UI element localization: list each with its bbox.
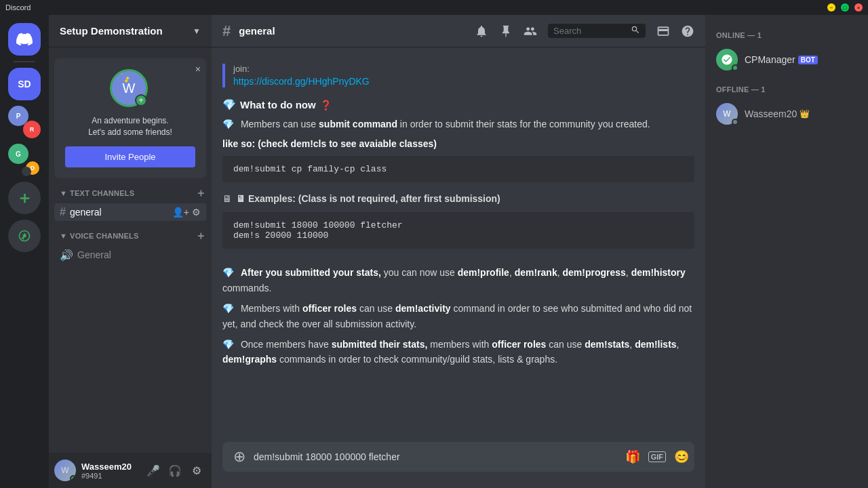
code-block-1: dem!submit cp family-cp class <box>222 156 694 182</box>
text-channels-category[interactable]: ▼ TEXT CHANNELS ＋ <box>49 184 212 203</box>
server-icon-sd[interactable]: SD <box>8 68 41 100</box>
server-icon-group1[interactable]: P R <box>8 106 41 138</box>
channel-settings-icon[interactable]: ⚙ <box>192 207 201 218</box>
message-section-1: 💎 Members can use submit command in orde… <box>212 114 705 134</box>
titlebar-title: Discord <box>5 3 31 12</box>
channel-hash-icon: # <box>60 206 66 218</box>
app-layout: SD P R G D ＋ Setup Demonstration ▼ × <box>0 15 868 488</box>
voice-channels-category[interactable]: ▼ VOICE CHANNELS ＋ <box>49 226 212 246</box>
like-so-label: like so: (check dem!cls to see avaiable … <box>212 134 705 150</box>
invite-panel: × W + ✦ ✦ · An adventure begins. Let's a… <box>54 58 206 178</box>
bell-icon[interactable] <box>475 24 488 38</box>
crown-icon: 👑 <box>800 109 810 119</box>
close-button[interactable]: × <box>854 3 863 12</box>
code-block-2: dem!submit 18000 100000 fletcher dem!s 2… <box>222 212 694 249</box>
minimize-button[interactable]: − <box>827 3 835 12</box>
chat-input-box: ⊕ 🎁 GIF 😊 <box>222 442 694 472</box>
channel-list: × W + ✦ ✦ · An adventure begins. Let's a… <box>49 47 212 453</box>
diamond-icon-3: 💎 <box>222 267 234 278</box>
sparkle-icon-2: ✦ <box>125 75 130 82</box>
channel-actions: 👤+ ⚙ <box>172 207 201 218</box>
mic-button[interactable]: 🎤 <box>144 461 163 480</box>
member-name-row-wasseem: Wasseem20 👑 <box>745 108 810 119</box>
user-avatar: W <box>54 460 76 481</box>
main-content: # general <box>212 15 705 488</box>
diamond-icon-1: 💎 <box>222 98 236 111</box>
what-to-do-title: What to do now <box>240 99 316 110</box>
member-wasseem20[interactable]: W Wasseem20 👑 <box>711 99 863 129</box>
svg-point-0 <box>23 235 26 238</box>
inbox-icon[interactable] <box>656 24 670 38</box>
online-members-category: ONLINE — 1 <box>711 31 863 39</box>
chat-input-actions: 🎁 GIF 😊 <box>625 449 689 464</box>
gift-icon[interactable]: 🎁 <box>625 449 640 464</box>
invite-panel-close[interactable]: × <box>195 64 201 75</box>
monitor-icon: 🖥 <box>222 193 232 204</box>
message-section-3: 💎 Members with officer roles can use dem… <box>212 298 705 334</box>
message-join-link: join: https://discord.gg/HHghPnyDKG <box>212 61 705 90</box>
member-name-row-cpmanager: CPManager BOT <box>745 54 818 65</box>
member-name-wasseem: Wasseem20 <box>745 108 797 119</box>
voice-channels-arrow: ▼ <box>60 232 67 240</box>
search-box[interactable] <box>548 24 646 38</box>
server-header-arrow: ▼ <box>193 26 201 36</box>
server-header[interactable]: Setup Demonstration ▼ <box>49 15 212 47</box>
user-discriminator: #9491 <box>81 472 138 480</box>
voice-channel-general[interactable]: 🔊 General <box>54 246 206 264</box>
discover-servers-button[interactable] <box>8 220 41 252</box>
member-avatar-wrapper <box>716 49 738 70</box>
diamond-icon-5: 💎 <box>222 339 234 350</box>
discord-home-button[interactable] <box>8 23 41 56</box>
add-server-button[interactable]: ＋ <box>8 182 41 214</box>
voice-channel-name: General <box>77 249 111 260</box>
gif-icon[interactable]: GIF <box>648 451 666 462</box>
channel-hash: # <box>222 22 231 40</box>
pin-icon[interactable] <box>499 24 513 38</box>
invite-people-button[interactable]: Invite People <box>65 146 195 167</box>
search-input[interactable] <box>553 26 628 36</box>
user-info: Wasseem20 #9491 <box>81 462 138 480</box>
chat-header: # general <box>212 15 705 47</box>
headset-button[interactable]: 🎧 <box>165 461 184 480</box>
username: Wasseem20 <box>81 462 138 472</box>
diamond-icon-4: 💎 <box>222 303 234 314</box>
server-name: Setup Demonstration <box>60 25 163 37</box>
server-icon-group2[interactable]: G D <box>8 144 41 176</box>
add-member-icon[interactable]: 👤+ <box>172 207 189 218</box>
diamond-icon-2: 💎 <box>222 119 234 129</box>
window-controls: − □ × <box>827 3 863 12</box>
emoji-icon[interactable]: 😊 <box>674 449 689 464</box>
voice-icon: 🔊 <box>60 249 73 262</box>
search-icon <box>631 25 640 37</box>
chat-input[interactable] <box>251 444 625 470</box>
what-to-do-heading: 💎 What to do now ❓ <box>212 93 705 114</box>
offline-members-category: OFFLINE — 1 <box>711 85 863 94</box>
text-channels-label: TEXT CHANNELS <box>70 189 134 197</box>
message-section-4: 💎 Once members have submitted their stat… <box>212 334 705 370</box>
chat-area-wrapper: # general <box>212 15 868 488</box>
member-name-cpmanager: CPManager <box>745 54 795 65</box>
add-voice-channel-button[interactable]: ＋ <box>195 229 206 243</box>
user-controls: 🎤 🎧 ⚙ <box>144 461 206 480</box>
user-settings-button[interactable]: ⚙ <box>187 461 206 480</box>
server-sidebar: SD P R G D ＋ <box>0 15 49 488</box>
chat-messages: join: https://discord.gg/HHghPnyDKG 💎 Wh… <box>212 47 705 442</box>
channel-item-general[interactable]: # general 👤+ ⚙ <box>54 203 206 221</box>
user-bar: W Wasseem20 #9491 🎤 🎧 ⚙ <box>49 453 212 488</box>
add-attachment-button[interactable]: ⊕ <box>228 448 251 466</box>
examples-label: 🖥 🖥 Examples: (Class is not required, af… <box>212 188 705 207</box>
member-avatar-wrapper-2: W <box>716 103 738 125</box>
invite-link[interactable]: https://discord.gg/HHghPnyDKG <box>233 76 370 87</box>
server-divider <box>14 61 35 62</box>
member-cpmanager[interactable]: CPManager BOT <box>711 45 863 75</box>
members-icon[interactable] <box>524 24 537 38</box>
chat-header-actions <box>475 24 694 38</box>
add-text-channel-button[interactable]: ＋ <box>195 186 206 201</box>
maximize-button[interactable]: □ <box>841 3 849 12</box>
chat-input-area: ⊕ 🎁 GIF 😊 <box>212 442 705 488</box>
help-icon[interactable] <box>681 24 694 38</box>
channel-name-general: general <box>70 207 102 218</box>
channel-sidebar: Setup Demonstration ▼ × W + ✦ ✦ · An adv… <box>49 15 212 488</box>
invite-avatar-badge: + <box>135 94 147 106</box>
cpmanager-status <box>732 64 738 71</box>
